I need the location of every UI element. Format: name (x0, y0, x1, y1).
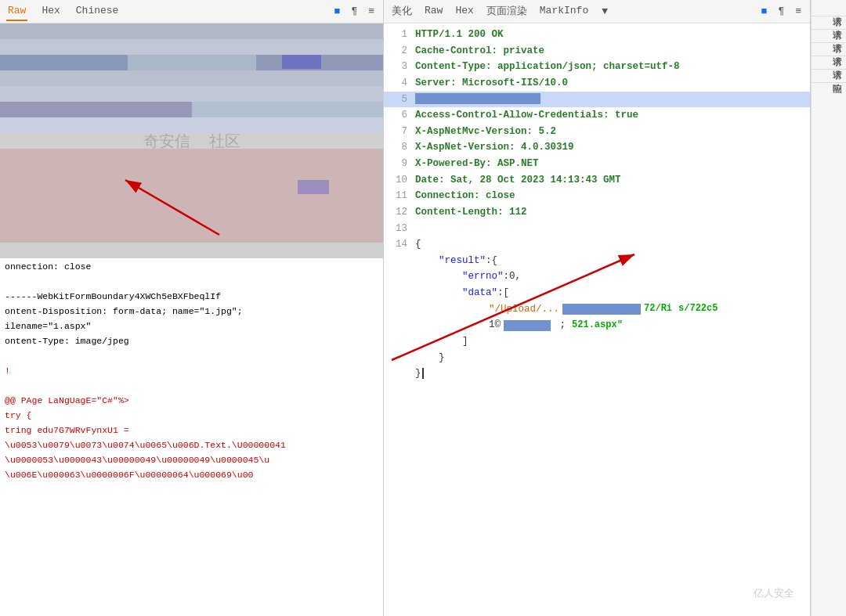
newline-icon[interactable]: ¶ (349, 4, 360, 19)
right-code-area: 1 HTTP/1.1 200 OK 2 Cache-Control: priva… (384, 23, 810, 616)
right-tab-icons: ■ ¶ ≡ (759, 4, 804, 19)
left-panel: Raw Hex Chinese ■ ¶ ≡ (0, 0, 384, 616)
code-line-16: "errno":0, (384, 268, 810, 285)
code-line-13: 13 (384, 221, 810, 237)
right-tab-bar: 美化 Raw Hex 页面渲染 MarkInfo ▼ ■ ¶ ≡ (384, 0, 810, 23)
left-text-content: onnection: close ------WebKitFormBoundar… (0, 258, 383, 485)
code-line-12: 12 Content-Length: 112 (384, 204, 810, 221)
code-line-20: ] (384, 333, 810, 350)
code-line-19: 1© ; 521.aspx" (384, 317, 810, 333)
text-line: \u0000053\u0000043\u00000049\u00000049\u… (5, 453, 378, 468)
code-line-17: "data":[ (384, 285, 810, 301)
text-line: @@ PAge LaNgUagE="C#"%> (5, 394, 378, 409)
code-line-1: 1 HTTP/1.1 200 OK (384, 27, 810, 43)
tab-beautify[interactable]: 美化 (390, 1, 414, 23)
newline-icon-right[interactable]: ¶ (776, 4, 786, 19)
svg-line-1 (125, 180, 219, 235)
text-line (5, 379, 378, 394)
code-line-9: 9 X-Powered-By: ASP.NET (384, 156, 810, 172)
tab-chinese[interactable]: Chinese (74, 2, 121, 21)
annotation-aspx: 521.aspx" (572, 318, 623, 333)
left-tab-icons: ■ ¶ ≡ (332, 4, 377, 19)
text-line: onnection: close (5, 260, 378, 275)
tab-raw-right[interactable]: Raw (423, 2, 444, 21)
code-line-5: 5 (384, 92, 810, 108)
save-icon[interactable]: ■ (332, 4, 343, 19)
left-content-area: 奇安信 社区 onnection: close ------WebKitForm… (0, 23, 383, 616)
sidebar-label-6: 响应 (812, 70, 846, 83)
annotation-right-top2: s/722c5 (678, 301, 718, 317)
code-line-21: } (384, 350, 810, 366)
dropdown-icon[interactable]: ▼ (599, 4, 610, 19)
menu-icon[interactable]: ≡ (366, 4, 377, 19)
code-line-8: 8 X-AspNet-Version: 4.0.30319 (384, 139, 810, 156)
sidebar-label-4: 请求 (812, 43, 846, 56)
code-line-22: } (384, 366, 810, 382)
save-icon-right[interactable]: ■ (759, 4, 770, 19)
tab-hex[interactable]: Hex (40, 2, 61, 21)
sidebar-label-2: 请求 (812, 16, 846, 30)
left-tab-bar: Raw Hex Chinese ■ ¶ ≡ (0, 0, 383, 23)
text-line: ! (5, 364, 378, 379)
blurred-image: 奇安信 社区 (0, 23, 383, 258)
sidebar-label-3: 请求 (812, 30, 846, 43)
text-line: \u006E\u000063\u0000006F\u00000064\u0000… (5, 468, 378, 483)
code-line-11: 11 Connection: close (384, 188, 810, 204)
code-line-18: "/Upload/... 72/Ri s/722c5 (384, 301, 810, 318)
text-line: \u0053\u0079\u0073\u0074\u0065\u006D.Tex… (5, 438, 378, 453)
text-line: ontent-Disposition: form-data; name="1.j… (5, 304, 378, 319)
menu-icon-right[interactable]: ≡ (793, 4, 804, 19)
code-line-2: 2 Cache-Control: private (384, 43, 810, 59)
far-right-sidebar: 请求 请求 请求 请求 请求 响应 (811, 0, 846, 616)
code-line-6: 6 Access-Control-Allow-Credentials: true (384, 107, 810, 124)
code-line-10: 10 Date: Sat, 28 Oct 2023 14:13:43 GMT (384, 172, 810, 189)
code-line-14: 14 { (384, 236, 810, 253)
code-line-4: 4 Server: Microsoft-IIS/10.0 (384, 75, 810, 92)
annotation-right-top: 72/Ri (644, 301, 672, 317)
tab-raw[interactable]: Raw (6, 2, 27, 21)
text-line: ilename="1.aspx" (5, 319, 378, 334)
sidebar-label-5: 请求 (812, 56, 846, 70)
code-line-7: 7 X-AspNetMvc-Version: 5.2 (384, 124, 810, 140)
code-line-3: 3 Content-Type: application/json; charse… (384, 59, 810, 75)
text-line (5, 349, 378, 364)
tab-markinfo[interactable]: MarkInfo (538, 2, 590, 21)
watermark-right: 亿人安全 (754, 586, 794, 600)
text-line: try { (5, 409, 378, 423)
tab-render[interactable]: 页面渲染 (485, 1, 529, 23)
left-arrow-svg (0, 23, 383, 258)
right-panel: 美化 Raw Hex 页面渲染 MarkInfo ▼ ■ ¶ ≡ 1 HTTP/… (384, 0, 811, 616)
tab-hex-right[interactable]: Hex (454, 2, 475, 21)
text-line (5, 275, 378, 290)
code-line-15: "result":{ (384, 253, 810, 269)
text-line: ------WebKitFormBoundary4XWCh5eBXFbeqlIf (5, 290, 378, 304)
text-line: ontent-Type: image/jpeg (5, 334, 378, 349)
text-line: tring edu7G7WRvFynxU1 = (5, 423, 378, 438)
sidebar-label-1: 请求 (812, 3, 846, 16)
